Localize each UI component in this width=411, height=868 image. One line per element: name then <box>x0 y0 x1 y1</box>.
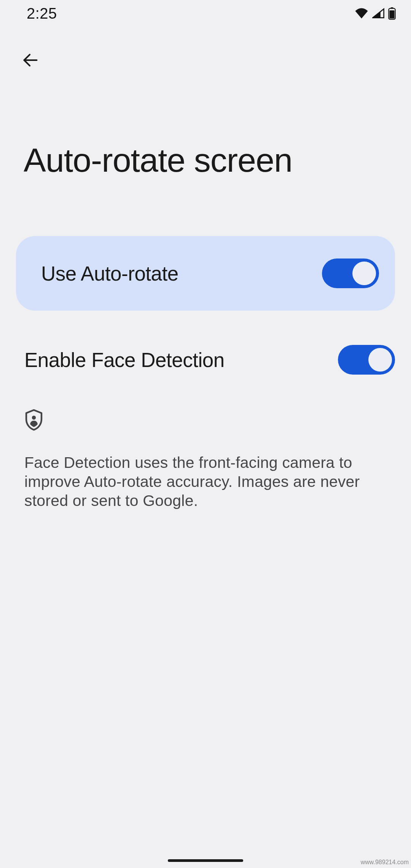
back-button[interactable] <box>19 49 42 72</box>
status-time: 2:25 <box>27 5 57 22</box>
battery-icon <box>388 7 396 20</box>
watermark: www.989214.com <box>361 859 409 866</box>
use-auto-rotate-row[interactable]: Use Auto-rotate <box>16 236 395 311</box>
use-auto-rotate-toggle[interactable] <box>322 258 379 288</box>
svg-point-4 <box>32 416 36 420</box>
wifi-icon <box>355 8 368 19</box>
page-title: Auto-rotate screen <box>24 141 292 180</box>
enable-face-detection-label: Enable Face Detection <box>24 348 225 372</box>
status-icons <box>355 7 396 20</box>
signal-icon <box>372 8 384 19</box>
enable-face-detection-row[interactable]: Enable Face Detection <box>24 339 395 381</box>
navigation-handle[interactable] <box>168 859 243 862</box>
face-detection-description: Face Detection uses the front-facing cam… <box>24 453 381 510</box>
privacy-shield-icon <box>24 409 43 432</box>
use-auto-rotate-label: Use Auto-rotate <box>41 262 178 285</box>
arrow-back-icon <box>22 52 39 70</box>
status-bar: 2:25 <box>0 0 411 27</box>
enable-face-detection-toggle[interactable] <box>338 345 395 375</box>
svg-rect-2 <box>390 10 395 18</box>
